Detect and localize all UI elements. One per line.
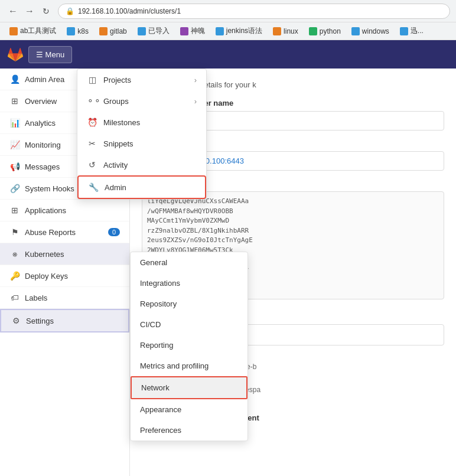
milestones-icon: ⏰ bbox=[87, 118, 97, 127]
back-button[interactable]: ← bbox=[6, 4, 20, 18]
bookmark-icon bbox=[138, 27, 146, 35]
bookmark-gitlab[interactable]: gitlab bbox=[95, 26, 132, 37]
bookmark-k8s[interactable]: k8s bbox=[62, 26, 93, 37]
settings-submenu[interactable]: General Integrations Repository CI/CD Re… bbox=[130, 252, 248, 441]
address-bar[interactable]: 🔒 192.168.10.100/admin/clusters/1 bbox=[58, 4, 450, 19]
sidebar-item-label: Monitoring bbox=[25, 141, 61, 149]
menu-item-milestones[interactable]: ⏰ Milestones bbox=[77, 112, 206, 133]
ca-cert-line: 2eus9ZXZSv/nG9oI0JtcTnYgAgE bbox=[147, 236, 439, 246]
submenu-item-appearance[interactable]: Appearance bbox=[131, 399, 247, 420]
bookmark-label: 已导入 bbox=[148, 26, 170, 36]
menu-button[interactable]: ☰ Menu bbox=[28, 46, 72, 63]
bookmark-misc[interactable]: 迅... bbox=[395, 25, 428, 37]
bookmark-icon bbox=[216, 27, 224, 35]
sidebar-item-label: System Hooks bbox=[25, 184, 74, 193]
sidebar-item-label: Applications bbox=[25, 206, 66, 215]
submenu-item-network[interactable]: Network bbox=[131, 376, 247, 399]
bookmark-label: jenkins语法 bbox=[226, 26, 262, 36]
forward-button[interactable]: → bbox=[22, 4, 37, 18]
submenu-item-repository[interactable]: Repository bbox=[131, 294, 247, 314]
submenu-item-general[interactable]: General bbox=[131, 252, 247, 273]
main-layout: 👤 Admin Area ⊞ Overview 📊 Analytics 📈 Mo… bbox=[0, 69, 456, 476]
refresh-button[interactable]: ↻ bbox=[39, 4, 53, 18]
bookmark-icon bbox=[309, 27, 317, 35]
submenu-item-preferences[interactable]: Preferences bbox=[131, 420, 247, 441]
bookmark-icon bbox=[180, 27, 188, 35]
menu-item-projects[interactable]: ◫ Projects › bbox=[77, 69, 206, 90]
menu-item-snippets[interactable]: ✂ Snippets bbox=[77, 133, 206, 154]
sidebar-item-label: Deploy Keys bbox=[25, 272, 68, 281]
bookmark-icon bbox=[273, 27, 281, 35]
bookmark-label: 迅... bbox=[411, 26, 424, 36]
submenu-item-integrations[interactable]: Integrations bbox=[131, 273, 247, 294]
menu-dropdown[interactable]: ◫ Projects › ⚬⚬ Groups › ⏰ Milestones ✂ … bbox=[77, 69, 207, 200]
abuse-reports-badge: 0 bbox=[108, 228, 120, 236]
bookmark-icon bbox=[9, 27, 18, 35]
menu-item-label: Activity bbox=[103, 161, 128, 169]
ca-cert-line: rzZ9nalbvOZBL/8X1gNkihbARR bbox=[147, 226, 439, 236]
sidebar-item-abuse-reports[interactable]: ⚑ Abuse Reports 0 bbox=[0, 221, 129, 243]
bookmark-python[interactable]: python bbox=[304, 26, 346, 37]
bookmark-icon bbox=[99, 27, 108, 35]
bookmark-label: k8s bbox=[77, 27, 89, 35]
bookmarks-bar: ab工具测试 k8s gitlab 已导入 神魄 jenkins语法 linux… bbox=[0, 22, 456, 40]
sidebar-item-settings[interactable]: ⚙ Settings bbox=[0, 309, 129, 332]
submenu-item-cicd[interactable]: CI/CD bbox=[131, 314, 247, 335]
sidebar-item-label: Admin Area bbox=[25, 75, 64, 84]
bookmark-icon bbox=[351, 27, 360, 35]
ca-cert-line: MAyCCmt1YmVybmV0ZXMwD bbox=[147, 216, 439, 226]
sidebar-item-label: Labels bbox=[25, 294, 47, 302]
bookmark-ab[interactable]: ab工具测试 bbox=[5, 25, 61, 37]
bookmark-imported[interactable]: 已导入 bbox=[133, 25, 174, 37]
menu-item-label: Snippets bbox=[103, 139, 133, 148]
bookmark-label: ab工具测试 bbox=[20, 26, 56, 36]
overview-icon: ⊞ bbox=[9, 96, 20, 106]
sidebar-item-label: Analytics bbox=[25, 119, 56, 128]
menu-item-activity[interactable]: ↺ Activity bbox=[77, 154, 206, 175]
menu-item-label: Projects bbox=[103, 76, 131, 84]
bookmark-label: windows bbox=[362, 27, 389, 35]
admin-icon: 🔧 bbox=[88, 182, 99, 192]
groups-icon: ⚬⚬ bbox=[87, 96, 97, 106]
snippets-icon: ✂ bbox=[87, 139, 97, 148]
system-hooks-icon: 🔗 bbox=[9, 184, 20, 193]
ca-cert-line: /wQFMAMBAf8wHQYDVR0OBB bbox=[147, 207, 439, 217]
bookmark-icon bbox=[400, 27, 408, 35]
bookmark-windows[interactable]: windows bbox=[347, 26, 394, 37]
bookmark-label: python bbox=[320, 27, 341, 35]
url-text: 192.168.10.100/admin/clusters/1 bbox=[78, 7, 181, 15]
bookmark-label: linux bbox=[284, 27, 298, 35]
lock-icon: 🔒 bbox=[66, 7, 74, 15]
sidebar-item-applications[interactable]: ⊞ Applications bbox=[0, 200, 129, 221]
sidebar-item-label: Kubernetes bbox=[25, 250, 64, 259]
abuse-reports-icon: ⚑ bbox=[9, 227, 20, 237]
bookmark-linux[interactable]: linux bbox=[268, 26, 303, 37]
bookmark-shenmei[interactable]: 神魄 bbox=[175, 25, 210, 37]
gitlab-logo-icon bbox=[7, 46, 24, 63]
sidebar-item-labels[interactable]: 🏷 Labels bbox=[0, 287, 129, 309]
menu-item-label: Milestones bbox=[103, 118, 140, 127]
sidebar-item-label: Settings bbox=[26, 317, 54, 325]
bookmark-jenkins[interactable]: jenkins语法 bbox=[211, 25, 267, 37]
sidebar-item-label: Messages bbox=[25, 162, 60, 171]
bookmark-label: 神魄 bbox=[191, 26, 205, 36]
gitlab-header: ☰ Menu bbox=[0, 40, 456, 69]
monitoring-icon: 📈 bbox=[9, 140, 20, 149]
analytics-icon: 📊 bbox=[9, 118, 20, 128]
menu-item-label: Groups bbox=[103, 97, 129, 106]
submenu-item-reporting[interactable]: Reporting bbox=[131, 335, 247, 356]
menu-item-label: Admin bbox=[105, 183, 126, 192]
arrow-icon: › bbox=[194, 76, 197, 84]
nav-buttons: ← → ↻ bbox=[6, 4, 53, 18]
sidebar-item-deploy-keys[interactable]: 🔑 Deploy Keys bbox=[0, 265, 129, 287]
submenu-item-metrics[interactable]: Metrics and profiling bbox=[131, 356, 247, 376]
applications-icon: ⊞ bbox=[9, 206, 20, 215]
kubernetes-icon: ⎈ bbox=[9, 249, 20, 259]
activity-icon: ↺ bbox=[87, 160, 97, 169]
bookmark-label: gitlab bbox=[110, 27, 127, 35]
sidebar-item-kubernetes[interactable]: ⎈ Kubernetes bbox=[0, 243, 129, 265]
browser-bar: ← → ↻ 🔒 192.168.10.100/admin/clusters/1 bbox=[0, 0, 456, 22]
menu-item-groups[interactable]: ⚬⚬ Groups › bbox=[77, 90, 206, 112]
menu-item-admin[interactable]: 🔧 Admin bbox=[77, 175, 206, 199]
admin-area-icon: 👤 bbox=[9, 74, 20, 84]
